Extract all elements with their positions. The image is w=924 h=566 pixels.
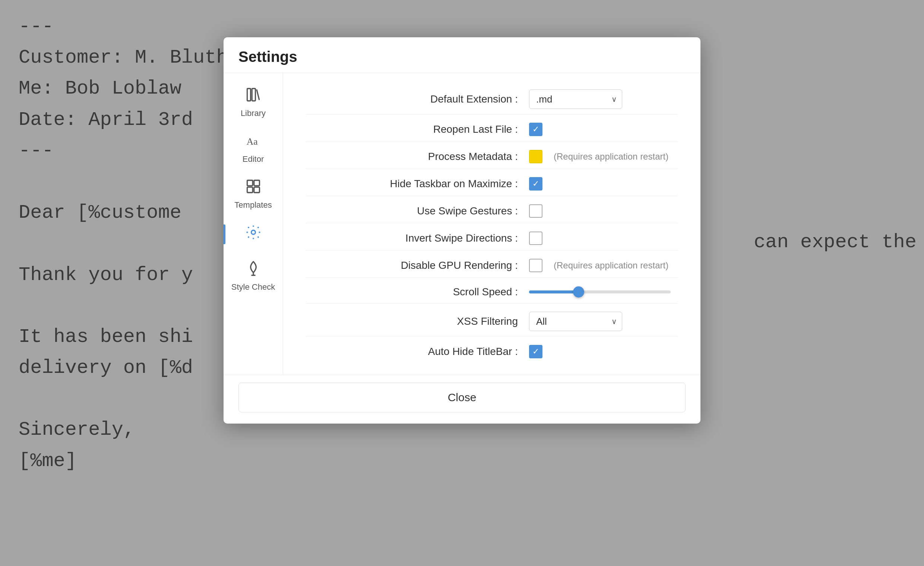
- xss-filtering-dropdown[interactable]: All None Strict: [529, 312, 622, 331]
- library-label: Library: [241, 108, 266, 118]
- process-metadata-control: (Requires application restart): [529, 150, 678, 163]
- default-extension-dropdown-wrapper: .md .txt .markdown ∨: [529, 89, 622, 109]
- close-button[interactable]: Close: [238, 382, 686, 412]
- scroll-speed-track[interactable]: [529, 291, 670, 294]
- modal-footer: Close: [224, 375, 700, 424]
- process-metadata-label: Process Metadata :: [306, 151, 529, 163]
- svg-rect-6: [254, 187, 260, 193]
- setting-auto-hide-titlebar: Auto Hide TitleBar : ✓: [306, 340, 678, 364]
- xss-filtering-label: XSS Filtering: [306, 315, 529, 327]
- scroll-speed-slider-wrapper: [529, 291, 670, 294]
- svg-rect-1: [252, 89, 255, 101]
- sidebar-item-templates[interactable]: Templates: [224, 172, 283, 214]
- disable-gpu-rendering-checkbox[interactable]: [529, 259, 543, 272]
- default-extension-dropdown[interactable]: .md .txt .markdown: [529, 89, 622, 109]
- invert-swipe-directions-label: Invert Swipe Directions :: [306, 232, 529, 244]
- process-metadata-checkbox[interactable]: [529, 150, 543, 163]
- reopen-last-file-checkbox[interactable]: ✓: [529, 123, 543, 136]
- use-swipe-gestures-checkbox[interactable]: [529, 204, 543, 218]
- scroll-speed-control: [529, 291, 678, 294]
- xss-filtering-control: All None Strict ∨: [529, 312, 678, 331]
- svg-rect-0: [247, 89, 250, 101]
- use-swipe-gestures-label: Use Swipe Gestures :: [306, 205, 529, 217]
- scroll-speed-label: Scroll Speed :: [306, 286, 529, 298]
- setting-xss-filtering: XSS Filtering All None Strict ∨: [306, 307, 678, 337]
- setting-scroll-speed: Scroll Speed :: [306, 281, 678, 304]
- auto-hide-titlebar-checkbox[interactable]: ✓: [529, 345, 543, 358]
- settings-content: Default Extension : .md .txt .markdown ∨…: [283, 73, 700, 375]
- templates-icon: [245, 178, 261, 197]
- invert-swipe-directions-control: [529, 232, 678, 245]
- modal-title: Settings: [238, 48, 297, 65]
- hide-taskbar-control: ✓: [529, 177, 678, 191]
- editor-label: Editor: [243, 154, 264, 164]
- modal-body: Library Aa Editor: [224, 73, 700, 375]
- default-extension-control: .md .txt .markdown ∨: [529, 89, 678, 109]
- svg-rect-4: [254, 181, 260, 186]
- svg-rect-5: [247, 187, 253, 193]
- hide-taskbar-checkbox[interactable]: ✓: [529, 177, 543, 191]
- editor-icon: Aa: [245, 132, 261, 151]
- use-swipe-gestures-control: [529, 204, 678, 218]
- scroll-speed-fill: [529, 291, 579, 294]
- templates-label: Templates: [234, 200, 272, 210]
- sidebar-item-style-check[interactable]: Style Check: [224, 254, 283, 297]
- setting-reopen-last-file: Reopen Last File : ✓: [306, 117, 678, 142]
- setting-use-swipe-gestures: Use Swipe Gestures :: [306, 199, 678, 223]
- disable-gpu-rendering-control: (Requires application restart): [529, 259, 678, 272]
- settings-modal: Settings Library Aa: [224, 37, 700, 424]
- settings-sidebar: Library Aa Editor: [224, 73, 283, 375]
- scroll-speed-thumb[interactable]: [573, 286, 584, 298]
- settings-icon: [245, 224, 261, 243]
- modal-header: Settings: [224, 37, 700, 73]
- svg-point-7: [251, 230, 255, 235]
- setting-default-extension: Default Extension : .md .txt .markdown ∨: [306, 84, 678, 114]
- svg-text:Aa: Aa: [246, 136, 258, 147]
- setting-invert-swipe-directions: Invert Swipe Directions :: [306, 226, 678, 251]
- disable-gpu-rendering-label: Disable GPU Rendering :: [306, 259, 529, 271]
- setting-process-metadata: Process Metadata : (Requires application…: [306, 145, 678, 169]
- disable-gpu-rendering-note: (Requires application restart): [554, 260, 668, 271]
- library-icon: [245, 86, 261, 105]
- setting-hide-taskbar: Hide Taskbar on Maximize : ✓: [306, 172, 678, 196]
- sidebar-item-editor[interactable]: Aa Editor: [224, 126, 283, 169]
- reopen-last-file-control: ✓: [529, 123, 678, 136]
- invert-swipe-directions-checkbox[interactable]: [529, 232, 543, 245]
- auto-hide-titlebar-control: ✓: [529, 345, 678, 358]
- reopen-last-file-label: Reopen Last File :: [306, 123, 529, 135]
- style-check-label: Style Check: [231, 282, 275, 292]
- hide-taskbar-label: Hide Taskbar on Maximize :: [306, 178, 529, 190]
- sidebar-item-library[interactable]: Library: [224, 81, 283, 123]
- sidebar-item-settings[interactable]: [224, 218, 283, 251]
- auto-hide-titlebar-label: Auto Hide TitleBar :: [306, 346, 529, 358]
- svg-rect-3: [247, 181, 253, 186]
- xss-filtering-dropdown-wrapper: All None Strict ∨: [529, 312, 622, 331]
- style-check-icon: [245, 260, 261, 279]
- default-extension-label: Default Extension :: [306, 93, 529, 105]
- process-metadata-note: (Requires application restart): [554, 151, 668, 162]
- setting-disable-gpu-rendering: Disable GPU Rendering : (Requires applic…: [306, 254, 678, 278]
